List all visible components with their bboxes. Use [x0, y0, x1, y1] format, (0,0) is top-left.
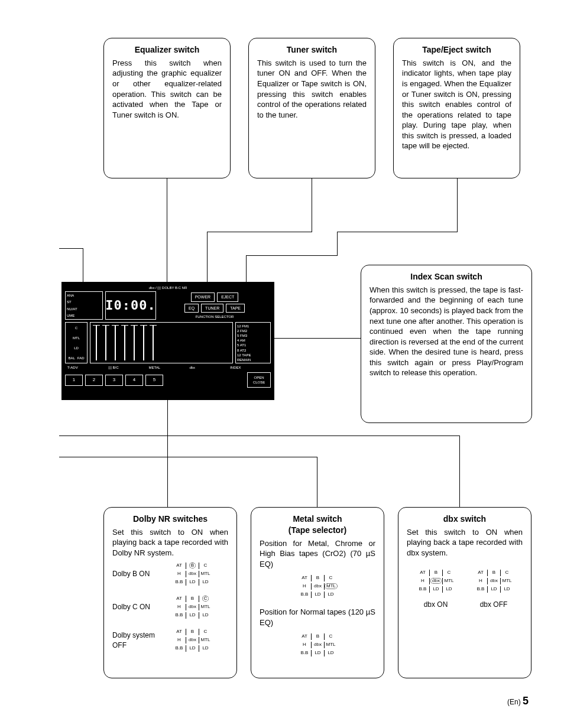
callout-body: Set this switch to ON when playing back … — [407, 527, 523, 558]
label: dbx OFF — [474, 600, 513, 609]
callout-body: This switch is used to turn the tuner ON… — [257, 58, 367, 120]
callout-title: Metal switch — [260, 514, 375, 525]
callout-tape-eject-switch: Tape/Eject switch This switch is ON, and… — [393, 38, 520, 178]
selector-grid: ATBC HdbxMTL B.BLDLD — [416, 569, 455, 594]
callout-body: Press this switch when adjusting the gra… — [112, 58, 222, 120]
preset-2-button[interactable]: 2 — [85, 375, 103, 386]
label: ANA — [67, 293, 101, 298]
callout-body: This switch is ON, and the indicator lig… — [402, 58, 511, 151]
preset-5-button[interactable]: 5 — [145, 375, 163, 386]
leader-line — [246, 255, 338, 256]
device-slider-column: C MTL LD BAL FAD — [65, 322, 87, 363]
selector-grid: ATBC HdbxMTL B.BLDLD — [474, 569, 513, 594]
callout-title: Dolby NR switches — [112, 514, 228, 525]
open-close-button[interactable]: OPEN CLOSE — [247, 372, 271, 388]
callout-title: Equalizer switch — [112, 44, 222, 56]
label: ▯▯ B/C — [108, 365, 147, 370]
callout-dolby-nr-switches: Dolby NR switches Set this switch to ON … — [103, 507, 237, 678]
device-equalizer[interactable] — [90, 322, 233, 363]
device-right-display: 12 FM1 2 FM2 5 FM3 4 AM 5 AT1 8 AT2 12 T… — [235, 322, 271, 363]
callout-body: Set this switch to ON when playing back … — [112, 527, 228, 558]
callout-index-scan-switch: Index Scan switch When this switch is pr… — [361, 265, 532, 423]
callout-subtitle: (Tape selector) — [260, 525, 375, 536]
page-number: 5 — [523, 695, 529, 707]
label: dbx — [189, 365, 228, 370]
eq-button[interactable]: EQ — [184, 304, 199, 313]
leader-line — [337, 232, 458, 232]
function-selector-label: FUNCTION SELECTOR — [158, 314, 271, 319]
normal-position-grid: ATBC HdbxMTL B.BLDLD — [260, 633, 375, 658]
callout-title: dbx switch — [407, 514, 523, 525]
selector-grid: ATBC HdbxMTL B.BLDLD — [298, 633, 337, 658]
selector-grid: ATBC HdbxMTL B.BLDLD — [173, 562, 212, 587]
leader-line — [59, 436, 460, 436]
preset-3-button[interactable]: 3 — [105, 375, 123, 386]
leader-line — [207, 232, 312, 232]
callout-body: When this switch is pressed, the tape is… — [369, 285, 523, 378]
power-button[interactable]: POWER — [191, 292, 215, 301]
label: C — [75, 326, 77, 330]
leader-line — [59, 248, 83, 249]
label: Dolby C ON — [112, 602, 167, 612]
page-footer: (En) 5 — [507, 694, 529, 708]
dolby-c-on-row: Dolby C ON ATBC HdbxMTL B.BLDLD — [112, 595, 228, 620]
callout-tuner-switch: Tuner switch This switch is used to turn… — [248, 38, 375, 178]
label: INDEX — [230, 365, 268, 370]
selector-grid: ATBC HdbxMTL B.BLDLD — [298, 574, 337, 599]
device-top-label: dbx / ▯▯ DOLBY B·C NR — [65, 285, 271, 290]
device-clock: I0:00. — [105, 291, 156, 320]
label: ST — [67, 300, 101, 304]
callout-title: Index Scan switch — [369, 271, 523, 282]
preset-1-button[interactable]: 1 — [65, 375, 83, 386]
label: FAD — [77, 356, 85, 360]
label: METAL — [149, 365, 187, 370]
tape-button[interactable]: TAPE — [226, 304, 245, 313]
dolby-off-row: Dolby system OFF ATBC HdbxMTL B.BLDLD — [112, 628, 228, 653]
callout-body: Position for Normal tapes (120 µS EQ) — [260, 607, 375, 628]
leader-line — [457, 178, 458, 232]
callout-equalizer-switch: Equalizer switch Press this switch when … — [103, 38, 231, 178]
label: dbx ON — [416, 600, 455, 609]
callout-title: Tape/Eject switch — [402, 44, 511, 56]
device-left-panel: ANA ST NU/AT UME — [65, 291, 103, 320]
metal-position-grid: ATBC HdbxMTL B.BLDLD — [260, 574, 375, 599]
label: Dolby system OFF — [112, 630, 167, 649]
device-function-buttons: POWER EJECT EQ TUNER TAPE FUNCTION SELEC… — [158, 291, 271, 320]
callout-body: Position for Metal, Chrome or High Bias … — [260, 538, 375, 570]
leader-line — [167, 400, 168, 507]
dolby-b-on-row: Dolby B ON ATBC HdbxMTL B.BLDLD — [112, 562, 228, 587]
device-panel: dbx / ▯▯ DOLBY B·C NR ANA ST NU/AT UME I… — [61, 282, 274, 400]
callout-dbx-switch: dbx switch Set this switch to ON when pl… — [398, 507, 531, 678]
callout-title: Tuner switch — [257, 44, 367, 56]
leader-line — [59, 457, 317, 457]
leader-line — [337, 232, 338, 255]
selector-grid: ATBC HdbxMTL B.BLDLD — [173, 628, 212, 653]
leader-line — [459, 436, 460, 507]
device-preset-buttons: 1 2 3 4 5 — [65, 375, 245, 386]
label: UME — [67, 313, 101, 318]
selector-grid: ATBC HdbxMTL B.BLDLD — [173, 595, 212, 620]
label: LD — [74, 346, 79, 350]
dbx-off-block: ATBC HdbxMTL B.BLDLD dbx OFF — [474, 569, 513, 609]
leader-line — [273, 338, 361, 339]
callout-metal-switch: Metal switch (Tape selector) Position fo… — [251, 507, 384, 678]
leader-line — [317, 457, 317, 507]
preset-4-button[interactable]: 4 — [125, 375, 143, 386]
eject-button[interactable]: EJECT — [217, 292, 238, 301]
label: MTL — [73, 336, 80, 340]
label: T-ADV — [67, 365, 106, 370]
language-label: (En) — [507, 698, 521, 706]
label: NU/AT — [67, 307, 101, 311]
leader-line — [312, 178, 312, 232]
label: BAL — [68, 356, 74, 360]
dbx-on-block: ATBC HdbxMTL B.BLDLD dbx ON — [416, 569, 455, 609]
tuner-button[interactable]: TUNER — [201, 304, 223, 313]
label: Dolby B ON — [112, 569, 167, 578]
